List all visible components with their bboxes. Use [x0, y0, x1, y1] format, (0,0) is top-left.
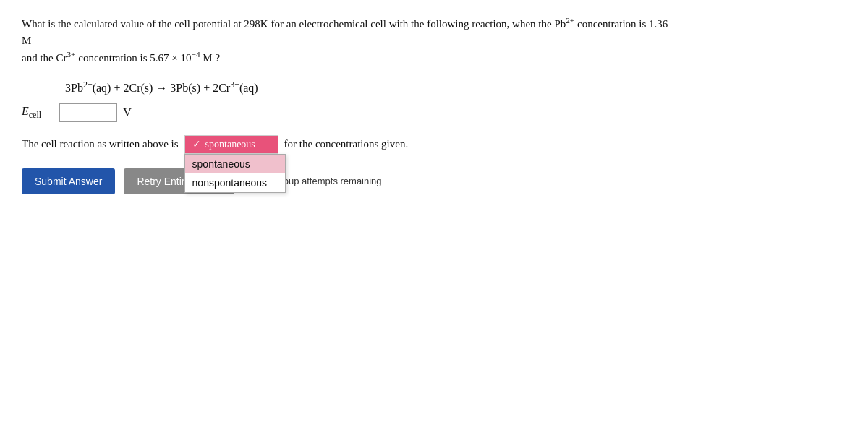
question-block: What is the calculated value of the cell…	[22, 14, 846, 194]
submit-button[interactable]: Submit Answer	[22, 168, 115, 194]
ecell-input[interactable]	[59, 103, 117, 122]
unit-label: V	[123, 106, 132, 119]
equals-sign: =	[47, 106, 54, 119]
checkmark-icon: ✓	[192, 138, 201, 150]
pb-superscript: 2+	[566, 16, 574, 25]
reaction-prefix: The cell reaction as written above is	[22, 138, 179, 150]
ecell-label: Ecell	[22, 105, 41, 121]
reaction-suffix: for the concentrations given.	[284, 138, 409, 150]
reaction-line: The cell reaction as written above is ✓ …	[22, 135, 846, 154]
question-line1: What is the calculated value of the cell…	[22, 18, 668, 46]
dropdown-option-nonspontaneous[interactable]: nonspontaneous	[185, 173, 285, 192]
dropdown-wrapper[interactable]: ✓ spontaneous spontaneous nonspontaneous	[184, 135, 278, 154]
equation-text: 3Pb2+(aq) + 2Cr(s) → 3Pb(s) + 2Cr3+(aq)	[65, 82, 258, 94]
equation-line: 3Pb2+(aq) + 2Cr(s) → 3Pb(s) + 2Cr3+(aq)	[65, 79, 846, 95]
dropdown-menu[interactable]: spontaneous nonspontaneous	[184, 154, 286, 193]
dropdown-selected-label: spontaneous	[205, 139, 255, 150]
question-text: What is the calculated value of the cell…	[22, 14, 673, 66]
ecell-line: Ecell = V	[22, 103, 846, 122]
dropdown-selected[interactable]: ✓ spontaneous	[184, 135, 278, 154]
buttons-row: Submit Answer Retry Entire Group 2 more …	[22, 168, 846, 194]
dropdown-option-spontaneous[interactable]: spontaneous	[185, 155, 285, 173]
question-line2: and the Cr3+ concentration is 5.67 × 10−…	[22, 52, 220, 64]
cr-superscript: 3+	[67, 50, 75, 59]
ten-superscript: −4	[192, 50, 200, 59]
